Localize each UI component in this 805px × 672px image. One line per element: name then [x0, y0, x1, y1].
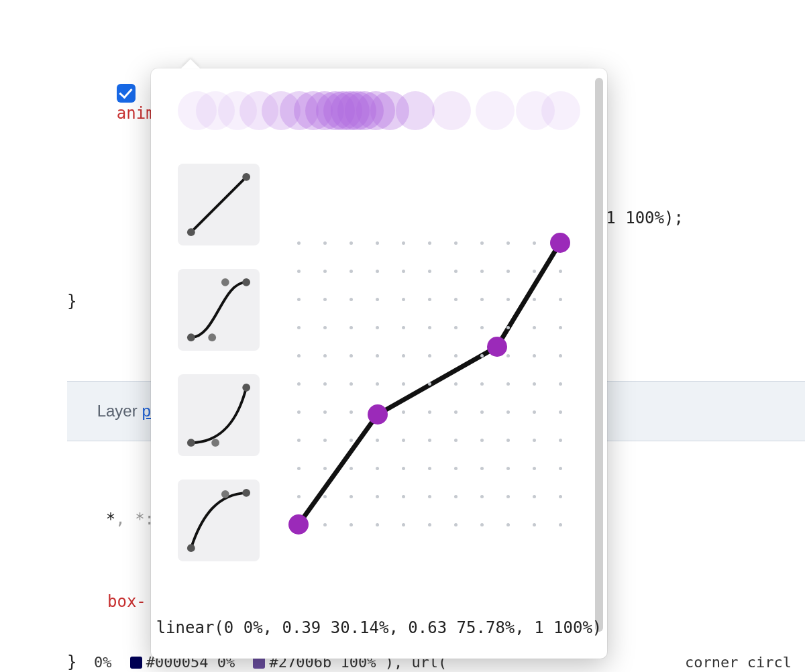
css-property-name[interactable]: box-	[107, 592, 146, 611]
svg-point-6	[242, 278, 250, 286]
svg-point-10	[187, 544, 195, 552]
svg-point-4	[208, 333, 216, 341]
preview-dot	[476, 91, 515, 130]
svg-point-8	[211, 439, 219, 447]
scrollbar[interactable]	[595, 78, 603, 632]
svg-point-3	[187, 333, 195, 341]
svg-point-11	[221, 490, 229, 498]
svg-point-12	[242, 489, 250, 497]
preview-dot	[432, 91, 471, 130]
preview-dot	[541, 91, 580, 130]
svg-line-0	[191, 177, 246, 232]
easing-control-point[interactable]	[550, 233, 570, 253]
svg-point-9	[242, 384, 250, 392]
easing-control-point[interactable]	[368, 404, 388, 425]
preset-ease-out[interactable]	[178, 480, 260, 561]
svg-point-2	[242, 173, 250, 181]
easing-control-point[interactable]	[487, 337, 507, 357]
easing-preset-list	[178, 164, 260, 561]
easing-control-point[interactable]	[288, 514, 309, 535]
easing-function-text[interactable]: linear(0 0%, 0.39 30.14%, 0.63 75.78%, 1…	[151, 618, 607, 637]
svg-point-5	[221, 278, 229, 286]
svg-point-7	[187, 439, 195, 447]
easing-preview-track	[178, 91, 580, 145]
toggle-declaration-checkbox[interactable]	[117, 84, 136, 103]
color-swatch[interactable]	[130, 657, 142, 669]
preset-ease-in-out[interactable]	[178, 269, 260, 351]
easing-editor-popover: linear(0 0%, 0.39 30.14%, 0.63 75.78%, 1…	[151, 68, 607, 659]
preview-dot	[396, 91, 435, 130]
svg-point-1	[187, 228, 195, 236]
preset-linear[interactable]	[178, 164, 260, 245]
preset-ease-in[interactable]	[178, 374, 260, 456]
popover-arrow	[181, 59, 200, 68]
easing-curve-canvas[interactable]	[278, 169, 580, 598]
